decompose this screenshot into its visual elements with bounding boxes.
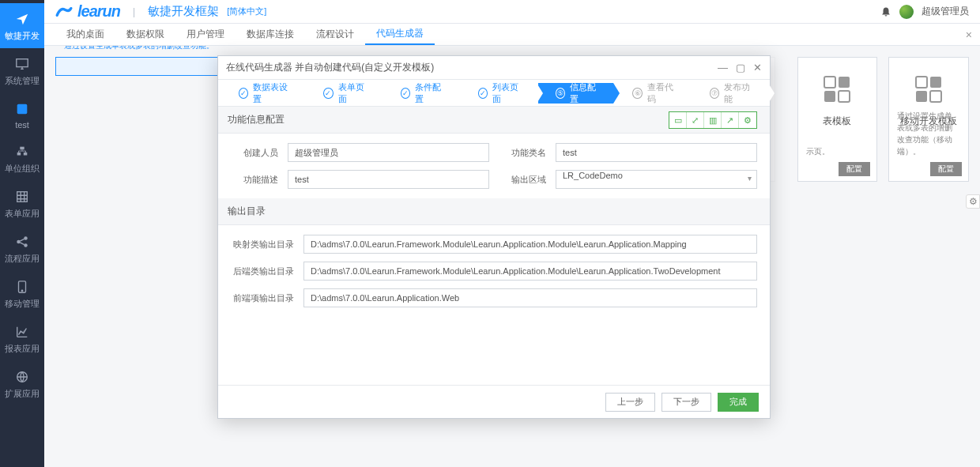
sidebar-item-8[interactable]: 扩展应用 (0, 361, 44, 406)
svg-point-7 (24, 236, 28, 240)
tool-a-icon[interactable]: ▭ (669, 112, 687, 128)
creator-input[interactable] (288, 143, 489, 162)
svg-point-8 (24, 243, 28, 247)
tab-5[interactable]: 代码生成器 (365, 24, 435, 45)
modal-footer: 上一步 下一步 完成 (218, 385, 770, 418)
svg-rect-21 (916, 77, 927, 88)
front-input[interactable] (303, 288, 757, 307)
sidebar: 敏捷开发 系统管理 test 单位组织 表单应用 流程应用 移动管理 报表应用 … (0, 0, 44, 467)
step-2[interactable]: 表单页面 (306, 83, 382, 104)
wizard-steps: 数据表设置 表单页面 条件配置 列表页面 ⑤信息配置 ⑥查看代码 ⑦发布功能 (218, 80, 770, 107)
settings-gear-icon[interactable]: ⚙ (966, 194, 980, 209)
area-label: 输出区域 (499, 174, 546, 186)
share-icon (14, 234, 30, 250)
step-6[interactable]: ⑥查看代码 (615, 83, 691, 104)
minimize-icon[interactable]: — (718, 62, 728, 73)
tab-2[interactable]: 用户管理 (175, 24, 236, 45)
card-config-button[interactable]: 配置 (930, 162, 962, 176)
template-card-mobile[interactable]: 移动开发模板 通过设置生成单表或多表的增删改查功能（移动端）。 配置 (888, 57, 969, 182)
user-name[interactable]: 超级管理员 (922, 5, 969, 18)
next-button[interactable]: 下一步 (662, 393, 711, 412)
desc-label: 功能描述 (231, 174, 278, 186)
sidebar-item-4[interactable]: 表单应用 (0, 181, 44, 226)
svg-rect-5 (17, 192, 28, 202)
card-title: 表模板 (823, 115, 851, 128)
card-config-button[interactable]: 配置 (839, 162, 870, 176)
close-icon[interactable]: ✕ (753, 62, 762, 73)
square-icon (14, 101, 30, 117)
sidebar-item-6[interactable]: 移动管理 (0, 271, 44, 316)
sidebar-item-0[interactable]: 敏捷开发 (0, 3, 44, 48)
tab-bar: 我的桌面 数据权限 用户管理 数据库连接 流程设计 代码生成器 × (44, 24, 980, 46)
creator-label: 创建人员 (231, 147, 278, 159)
tool-c-icon[interactable]: ▥ (704, 112, 722, 128)
tab-1[interactable]: 数据权限 (115, 24, 175, 45)
product-name: 敏捷开发框架 (148, 4, 219, 19)
bell-icon[interactable] (880, 6, 891, 17)
tool-b-icon[interactable]: ⤢ (687, 112, 704, 128)
step-5[interactable]: ⑤信息配置 (538, 83, 614, 104)
monitor-icon (14, 56, 30, 72)
chart-icon (14, 324, 30, 340)
back-input[interactable] (303, 262, 757, 281)
step-1[interactable]: 数据表设置 (221, 83, 304, 104)
sidebar-item-1[interactable]: 系统管理 (0, 48, 44, 93)
logo-text: learun (77, 2, 120, 21)
back-label: 后端类输出目录 (231, 266, 294, 277)
modal-header: 在线代码生成器 并自动创建代码(自定义开发模板) — ▢ ✕ (218, 56, 770, 80)
area-select[interactable]: LR_CodeDemo (556, 170, 757, 189)
output-form: 映射类输出目录 后端类输出目录 前端项输出目录 (218, 225, 770, 317)
map-label: 映射类输出目录 (231, 239, 294, 250)
tabs-close-icon[interactable]: × (966, 28, 972, 41)
card-desc: 通过设置生成单表或多表的增删改查功能（移动端）。 (897, 110, 960, 157)
sidebar-item-3[interactable]: 单位组织 (0, 136, 44, 181)
step-4[interactable]: 列表页面 (461, 83, 537, 104)
card-desc: 示页。 (806, 145, 869, 157)
org-icon (14, 144, 30, 160)
fname-label: 功能类名 (499, 147, 546, 159)
mobile-icon (14, 279, 30, 295)
desc-input[interactable] (288, 170, 489, 189)
map-input[interactable] (303, 235, 757, 254)
template-card-2[interactable]: 表模板 示页。 配置 (797, 57, 878, 182)
tool-d-icon[interactable]: ↗ (722, 112, 739, 128)
sidebar-item-7[interactable]: 报表应用 (0, 316, 44, 361)
finish-button[interactable]: 完成 (718, 393, 759, 412)
prev-button[interactable]: 上一步 (605, 393, 655, 412)
svg-rect-17 (824, 77, 835, 88)
svg-rect-24 (930, 91, 941, 102)
logo: learun | 敏捷开发框架 [简体中文] (55, 2, 266, 21)
svg-rect-2 (20, 147, 24, 150)
topbar: learun | 敏捷开发框架 [简体中文] 超级管理员 (44, 0, 980, 24)
tab-0[interactable]: 我的桌面 (55, 24, 115, 45)
svg-rect-1 (17, 104, 28, 115)
plane-icon (14, 11, 30, 27)
svg-rect-22 (930, 77, 941, 88)
front-label: 前端项输出目录 (231, 292, 294, 304)
svg-rect-4 (24, 153, 28, 156)
step-7[interactable]: ⑦发布功能 (692, 83, 768, 104)
tab-3[interactable]: 数据库连接 (236, 24, 305, 45)
tiles-icon (911, 72, 946, 107)
maximize-icon[interactable]: ▢ (736, 62, 745, 73)
lang-switch[interactable]: [简体中文] (227, 6, 266, 17)
info-form: 创建人员 功能类名 功能描述 输出区域 LR_CodeDemo (218, 134, 770, 198)
fname-input[interactable] (556, 143, 757, 162)
avatar[interactable] (899, 5, 914, 19)
section-output: 输出目录 (218, 198, 770, 225)
svg-rect-0 (17, 59, 28, 67)
step-3[interactable]: 条件配置 (383, 83, 459, 104)
tiles-icon (820, 72, 854, 107)
sidebar-item-2[interactable]: test (0, 93, 44, 136)
code-generator-modal: 在线代码生成器 并自动创建代码(自定义开发模板) — ▢ ✕ 数据表设置 表单页… (217, 55, 771, 419)
tab-4[interactable]: 流程设计 (305, 24, 365, 45)
svg-rect-18 (839, 77, 850, 88)
tool-e-icon[interactable]: ⚙ (739, 112, 756, 128)
card-desc: 通过设置生成单表或多表的增删改查功能。 (64, 46, 675, 51)
modal-title: 在线代码生成器 并自动创建代码(自定义开发模板) (226, 61, 434, 74)
sidebar-item-5[interactable]: 流程应用 (0, 226, 44, 271)
svg-rect-19 (824, 91, 835, 102)
layout-toolbar: ▭ ⤢ ▥ ↗ ⚙ (669, 111, 757, 129)
svg-rect-3 (17, 153, 21, 156)
svg-rect-23 (916, 91, 927, 102)
